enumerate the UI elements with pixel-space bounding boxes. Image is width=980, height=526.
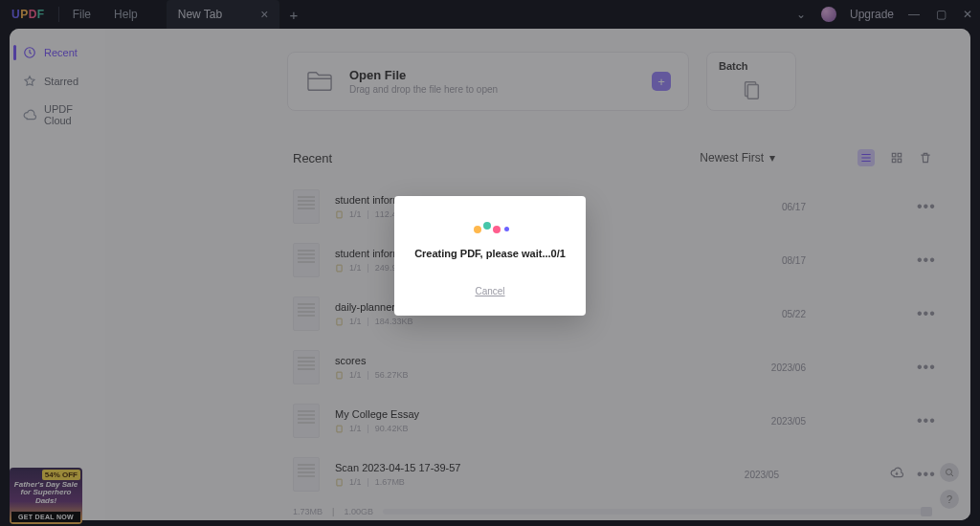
- spinner-icon: [412, 223, 568, 230]
- creating-pdf-modal: Creating PDF, please wait...0/1 Cancel: [394, 196, 586, 316]
- modal-message: Creating PDF, please wait...0/1: [412, 248, 568, 259]
- cancel-link[interactable]: Cancel: [475, 286, 504, 296]
